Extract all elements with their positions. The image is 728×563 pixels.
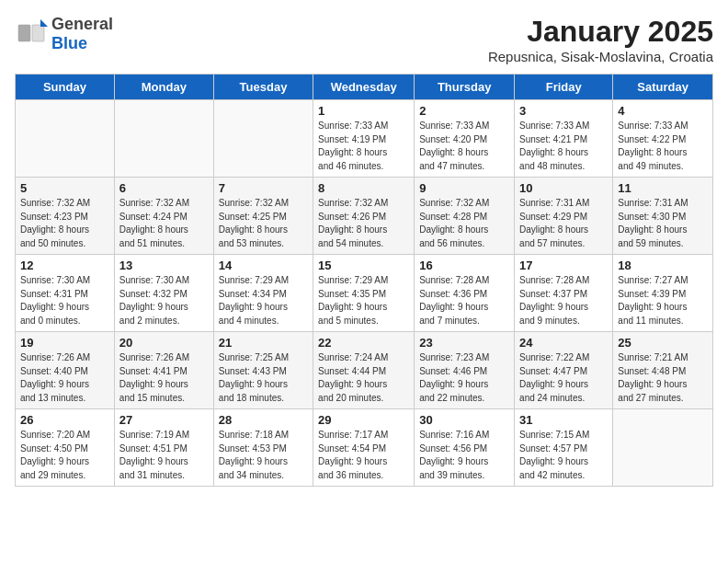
day-info: Sunrise: 7:27 AM Sunset: 4:39 PM Dayligh… <box>618 274 708 327</box>
day-number: 18 <box>618 259 708 272</box>
calendar-cell: 28Sunrise: 7:18 AM Sunset: 4:53 PM Dayli… <box>213 409 313 487</box>
day-number: 4 <box>618 104 708 118</box>
calendar-week-row: 12Sunrise: 7:30 AM Sunset: 4:31 PM Dayli… <box>16 255 713 332</box>
calendar-cell: 10Sunrise: 7:31 AM Sunset: 4:29 PM Dayli… <box>515 178 613 255</box>
day-number: 15 <box>318 259 409 272</box>
calendar-cell: 13Sunrise: 7:30 AM Sunset: 4:32 PM Dayli… <box>114 255 213 332</box>
calendar-cell: 30Sunrise: 7:16 AM Sunset: 4:56 PM Dayli… <box>415 409 515 487</box>
day-number: 30 <box>419 413 509 427</box>
day-number: 24 <box>519 336 608 350</box>
weekday-header-monday: Monday <box>114 75 213 100</box>
day-info: Sunrise: 7:23 AM Sunset: 4:46 PM Dayligh… <box>419 351 509 405</box>
calendar-cell: 29Sunrise: 7:17 AM Sunset: 4:54 PM Dayli… <box>313 409 415 487</box>
calendar-cell: 7Sunrise: 7:32 AM Sunset: 4:25 PM Daylig… <box>213 178 313 255</box>
weekday-header-thursday: Thursday <box>415 75 515 100</box>
calendar-week-row: 5Sunrise: 7:32 AM Sunset: 4:23 PM Daylig… <box>16 178 713 255</box>
weekday-header-saturday: Saturday <box>613 75 713 100</box>
calendar-cell: 11Sunrise: 7:31 AM Sunset: 4:30 PM Dayli… <box>613 178 713 255</box>
day-info: Sunrise: 7:20 AM Sunset: 4:50 PM Dayligh… <box>20 429 109 482</box>
day-number: 21 <box>219 336 308 350</box>
day-number: 3 <box>519 104 608 118</box>
calendar-cell: 18Sunrise: 7:27 AM Sunset: 4:39 PM Dayli… <box>613 255 713 332</box>
day-number: 10 <box>519 181 608 195</box>
calendar-cell: 4Sunrise: 7:33 AM Sunset: 4:22 PM Daylig… <box>613 100 713 178</box>
day-info: Sunrise: 7:17 AM Sunset: 4:54 PM Dayligh… <box>318 429 409 482</box>
day-info: Sunrise: 7:28 AM Sunset: 4:36 PM Dayligh… <box>419 274 509 327</box>
day-number: 29 <box>318 413 409 427</box>
day-info: Sunrise: 7:32 AM Sunset: 4:25 PM Dayligh… <box>219 197 308 250</box>
calendar-cell: 25Sunrise: 7:21 AM Sunset: 4:48 PM Dayli… <box>613 332 713 409</box>
calendar-cell: 17Sunrise: 7:28 AM Sunset: 4:37 PM Dayli… <box>515 255 613 332</box>
svg-marker-3 <box>40 19 48 27</box>
day-number: 8 <box>318 181 409 195</box>
day-info: Sunrise: 7:21 AM Sunset: 4:48 PM Dayligh… <box>618 351 708 405</box>
day-number: 7 <box>219 181 308 195</box>
calendar-cell: 23Sunrise: 7:23 AM Sunset: 4:46 PM Dayli… <box>415 332 515 409</box>
day-info: Sunrise: 7:32 AM Sunset: 4:28 PM Dayligh… <box>419 197 509 250</box>
calendar-cell: 3Sunrise: 7:33 AM Sunset: 4:21 PM Daylig… <box>515 100 613 178</box>
day-number: 16 <box>419 259 509 272</box>
day-info: Sunrise: 7:26 AM Sunset: 4:40 PM Dayligh… <box>20 351 109 405</box>
day-number: 1 <box>318 104 409 118</box>
day-info: Sunrise: 7:29 AM Sunset: 4:34 PM Dayligh… <box>219 274 308 327</box>
day-info: Sunrise: 7:30 AM Sunset: 4:31 PM Dayligh… <box>20 274 109 327</box>
calendar-cell: 20Sunrise: 7:26 AM Sunset: 4:41 PM Dayli… <box>114 332 213 409</box>
day-number: 28 <box>219 413 308 427</box>
calendar-week-row: 1Sunrise: 7:33 AM Sunset: 4:19 PM Daylig… <box>16 100 713 178</box>
day-info: Sunrise: 7:24 AM Sunset: 4:44 PM Dayligh… <box>318 351 409 405</box>
day-info: Sunrise: 7:33 AM Sunset: 4:21 PM Dayligh… <box>519 120 608 173</box>
day-number: 14 <box>219 259 308 272</box>
logo-general-text: General <box>51 15 113 33</box>
day-number: 27 <box>119 413 209 427</box>
day-number: 26 <box>20 413 109 427</box>
calendar-cell: 16Sunrise: 7:28 AM Sunset: 4:36 PM Dayli… <box>415 255 515 332</box>
day-info: Sunrise: 7:31 AM Sunset: 4:29 PM Dayligh… <box>519 197 608 250</box>
calendar-cell: 2Sunrise: 7:33 AM Sunset: 4:20 PM Daylig… <box>415 100 515 178</box>
calendar-cell <box>16 100 115 178</box>
day-info: Sunrise: 7:25 AM Sunset: 4:43 PM Dayligh… <box>219 351 308 405</box>
day-number: 13 <box>119 259 209 272</box>
page-header: General Blue January 2025 Repusnica, Sis… <box>15 15 713 64</box>
day-number: 12 <box>20 259 109 272</box>
day-number: 25 <box>618 336 708 350</box>
calendar-cell: 1Sunrise: 7:33 AM Sunset: 4:19 PM Daylig… <box>313 100 415 178</box>
day-number: 31 <box>519 413 608 427</box>
weekday-header-row: SundayMondayTuesdayWednesdayThursdayFrid… <box>16 75 713 100</box>
weekday-header-tuesday: Tuesday <box>213 75 313 100</box>
calendar-cell: 27Sunrise: 7:19 AM Sunset: 4:51 PM Dayli… <box>114 409 213 487</box>
weekday-header-sunday: Sunday <box>16 75 115 100</box>
day-number: 19 <box>20 336 109 350</box>
logo-icon <box>15 17 48 51</box>
day-number: 2 <box>419 104 509 118</box>
calendar-cell: 14Sunrise: 7:29 AM Sunset: 4:34 PM Dayli… <box>213 255 313 332</box>
calendar-table: SundayMondayTuesdayWednesdayThursdayFrid… <box>15 74 713 487</box>
day-info: Sunrise: 7:31 AM Sunset: 4:30 PM Dayligh… <box>618 197 708 250</box>
day-info: Sunrise: 7:29 AM Sunset: 4:35 PM Dayligh… <box>318 274 409 327</box>
day-info: Sunrise: 7:33 AM Sunset: 4:22 PM Dayligh… <box>618 120 708 173</box>
title-block: January 2025 Repusnica, Sisak-Moslavina,… <box>488 15 713 64</box>
day-info: Sunrise: 7:33 AM Sunset: 4:19 PM Dayligh… <box>318 120 409 173</box>
day-info: Sunrise: 7:15 AM Sunset: 4:57 PM Dayligh… <box>519 429 608 482</box>
calendar-cell: 5Sunrise: 7:32 AM Sunset: 4:23 PM Daylig… <box>16 178 115 255</box>
day-info: Sunrise: 7:32 AM Sunset: 4:24 PM Dayligh… <box>119 197 209 250</box>
calendar-week-row: 19Sunrise: 7:26 AM Sunset: 4:40 PM Dayli… <box>16 332 713 409</box>
calendar-cell: 9Sunrise: 7:32 AM Sunset: 4:28 PM Daylig… <box>415 178 515 255</box>
logo: General Blue <box>15 15 113 53</box>
day-info: Sunrise: 7:18 AM Sunset: 4:53 PM Dayligh… <box>219 429 308 482</box>
calendar-cell <box>613 409 713 487</box>
calendar-title: January 2025 <box>488 15 713 49</box>
day-info: Sunrise: 7:32 AM Sunset: 4:23 PM Dayligh… <box>20 197 109 250</box>
day-info: Sunrise: 7:26 AM Sunset: 4:41 PM Dayligh… <box>119 351 209 405</box>
calendar-cell <box>213 100 313 178</box>
day-number: 20 <box>119 336 209 350</box>
calendar-cell: 15Sunrise: 7:29 AM Sunset: 4:35 PM Dayli… <box>313 255 415 332</box>
day-number: 6 <box>119 181 209 195</box>
day-info: Sunrise: 7:30 AM Sunset: 4:32 PM Dayligh… <box>119 274 209 327</box>
calendar-cell: 6Sunrise: 7:32 AM Sunset: 4:24 PM Daylig… <box>114 178 213 255</box>
day-number: 17 <box>519 259 608 272</box>
day-number: 22 <box>318 336 409 350</box>
logo-blue-text: Blue <box>51 34 87 52</box>
weekday-header-wednesday: Wednesday <box>313 75 415 100</box>
day-number: 9 <box>419 181 509 195</box>
calendar-cell: 21Sunrise: 7:25 AM Sunset: 4:43 PM Dayli… <box>213 332 313 409</box>
